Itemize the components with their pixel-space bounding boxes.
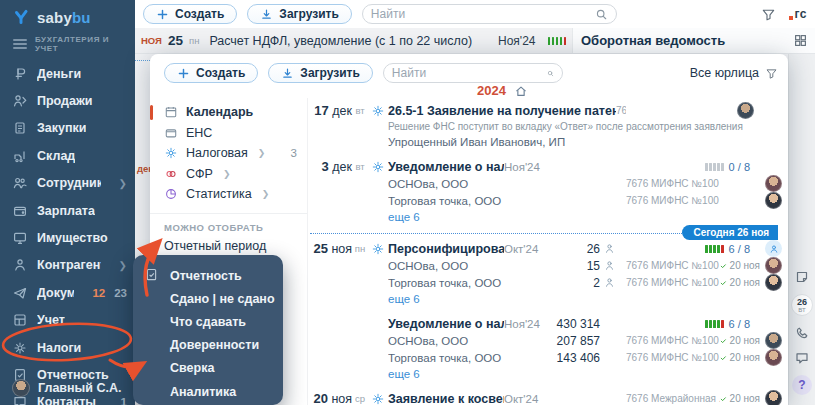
- taxes-icon: [12, 340, 28, 356]
- calendar-date-icon[interactable]: 26ВТ: [791, 294, 813, 316]
- today-badge: Сегодня 26 ноя: [682, 225, 778, 240]
- responsible-avatar[interactable]: [765, 257, 782, 274]
- sidebar-item-taxes[interactable]: Налоги: [0, 334, 135, 361]
- nav-item-ens[interactable]: ЕНС: [150, 123, 307, 144]
- report-entry[interactable]: Уведомление о налогах дл... Ноя'24 430 3…: [310, 315, 788, 381]
- nav-item-sfr[interactable]: СФР ❯: [150, 164, 307, 185]
- people-count-icon: [603, 276, 616, 289]
- menu-item-analytics[interactable]: Аналитика: [133, 380, 283, 403]
- sidebar-item-employees[interactable]: Сотрудники ❯: [0, 170, 135, 197]
- right-panel-title[interactable]: Оборотная ведомость: [581, 33, 807, 48]
- show-more-link[interactable]: еще 6: [388, 211, 550, 223]
- menu-burger-icon[interactable]: [13, 39, 27, 49]
- sidebar-item-sales[interactable]: Продажи: [0, 87, 135, 114]
- responsible-avatar[interactable]: [765, 349, 782, 366]
- sidebar-menu: Деньги Продажи Закупки Склад Сотрудники …: [0, 57, 135, 405]
- menu-item-reports[interactable]: Отчетность: [133, 264, 283, 287]
- responsible-avatar[interactable]: [765, 175, 782, 192]
- app-logo[interactable]: sabybu: [0, 0, 135, 28]
- responsible-avatar[interactable]: [765, 240, 782, 257]
- show-more-link[interactable]: еще 6: [388, 293, 550, 305]
- nav-item-tax-service[interactable]: Налоговая ❯ 3: [150, 143, 307, 164]
- nav-section-title: МОЖНО ОТОБРАТЬ: [150, 220, 307, 235]
- menu-item-reconciliation[interactable]: Сверка: [133, 357, 283, 380]
- statistics-pie-icon: [164, 187, 178, 201]
- modal-search[interactable]: [383, 63, 563, 83]
- wallet-icon: [164, 126, 178, 140]
- progress-bars: [548, 37, 567, 45]
- tax-count: 3: [291, 147, 297, 159]
- money-icon: [12, 66, 28, 82]
- today-separator: Сегодня 26 ноя: [310, 233, 778, 234]
- sidebar-item-property[interactable]: Имущество: [0, 224, 135, 251]
- sidebar-item-purchases[interactable]: Закупки: [0, 115, 135, 142]
- right-dock: 26ВТ ?: [788, 54, 815, 405]
- chat-icon[interactable]: [794, 350, 810, 366]
- sidebar: sabybu БУХГАЛТЕРИЯ И УЧЕТ Деньги Продажи…: [0, 0, 135, 405]
- menu-item-submitted[interactable]: Сдано | не сдано: [133, 287, 283, 310]
- fns-emblem-icon: [371, 242, 385, 256]
- sidebar-item-documents[interactable]: Документы 12 23: [0, 279, 135, 306]
- user-profile[interactable]: Главный С.А.: [0, 375, 135, 401]
- gs-widget-badge[interactable]: гс: [794, 7, 807, 21]
- people-count-icon: [603, 242, 616, 255]
- menu-item-powers-of-attorney[interactable]: Доверенности: [133, 334, 283, 357]
- check-icon: [720, 278, 727, 288]
- sidebar-item-counterparties[interactable]: Контрагенты ❯: [0, 252, 135, 279]
- report-title[interactable]: 26.5-1 Заявление на получение патен...: [388, 104, 616, 118]
- upload-button[interactable]: Загрузить: [247, 4, 351, 24]
- report-title[interactable]: Персонифицированные св...: [388, 242, 504, 256]
- nav-item-statistics[interactable]: Статистика ❯: [150, 184, 307, 205]
- download-icon: [281, 67, 294, 80]
- report-entry[interactable]: 25 ноя пн Персонифицированные св... Окт'…: [310, 240, 788, 306]
- salary-icon: [12, 203, 28, 219]
- help-button[interactable]: ?: [792, 375, 812, 395]
- search-input[interactable]: [371, 7, 595, 21]
- responsible-avatar[interactable]: [765, 192, 782, 209]
- modal-upload-button[interactable]: Загрузить: [268, 63, 372, 83]
- responsible-avatar[interactable]: [737, 102, 754, 119]
- create-button[interactable]: Создать: [143, 4, 237, 24]
- sidebar-item-money[interactable]: Деньги: [0, 60, 135, 87]
- calendar-deadline-row[interactable]: НОЯ 25 пн Расчет НДФЛ, уведомление (с 1 …: [135, 28, 572, 54]
- report-entry[interactable]: 20 ноя ср Заявление к косвенным н... Окт…: [310, 390, 788, 405]
- sfr-emblem-icon: [164, 167, 178, 181]
- notes-icon[interactable]: [794, 269, 810, 285]
- search-icon: [547, 67, 554, 80]
- fns-emblem-icon: [371, 160, 385, 174]
- home-icon[interactable]: [514, 84, 528, 98]
- chevron-right-icon: ❯: [262, 189, 270, 199]
- report-entry[interactable]: 3 дек вт Уведомление о налогах дл... Ноя…: [310, 158, 788, 224]
- year-selector: 2024: [477, 83, 528, 98]
- check-icon: [720, 394, 727, 404]
- plus-icon: [177, 67, 190, 80]
- nav-item-report-period[interactable]: Отчетный период: [150, 235, 307, 257]
- phone-icon[interactable]: [794, 325, 810, 341]
- report-entry[interactable]: 17 дек вт 26.5-1 Заявление на получение …: [310, 102, 788, 149]
- warehouse-icon: [12, 148, 28, 164]
- legal-entities-filter[interactable]: Все юрлица: [690, 66, 778, 80]
- filter-icon[interactable]: [761, 7, 776, 22]
- deadline-title[interactable]: Расчет НДФЛ, уведомление (с 1 по 22 числ…: [209, 34, 492, 48]
- report-title[interactable]: Уведомление о налогах дл...: [388, 160, 504, 174]
- sidebar-item-warehouse[interactable]: Склад: [0, 142, 135, 169]
- responsible-avatar[interactable]: [765, 332, 782, 349]
- modal-search-input[interactable]: [392, 66, 547, 80]
- search-icon: [595, 8, 608, 21]
- report-title[interactable]: Заявление к косвенным н...: [388, 392, 504, 405]
- nav-item-calendar[interactable]: Календарь: [150, 102, 307, 123]
- apps-grid-icon[interactable]: [793, 33, 808, 48]
- sidebar-item-salary[interactable]: Зарплата: [0, 197, 135, 224]
- year-value[interactable]: 2024: [477, 83, 506, 98]
- filter-icon: [765, 67, 778, 80]
- sidebar-item-accounting[interactable]: Учет: [0, 307, 135, 334]
- employees-icon: [12, 175, 28, 191]
- fns-emblem-icon: [371, 104, 385, 118]
- report-title[interactable]: Уведомление о налогах дл...: [388, 317, 504, 331]
- responsible-avatar[interactable]: [765, 390, 782, 405]
- responsible-avatar[interactable]: [765, 274, 782, 291]
- main-search[interactable]: [362, 4, 617, 24]
- show-more-link[interactable]: еще 6: [388, 368, 550, 380]
- menu-item-what-to-submit[interactable]: Что сдавать: [133, 310, 283, 333]
- modal-create-button[interactable]: Создать: [164, 63, 258, 83]
